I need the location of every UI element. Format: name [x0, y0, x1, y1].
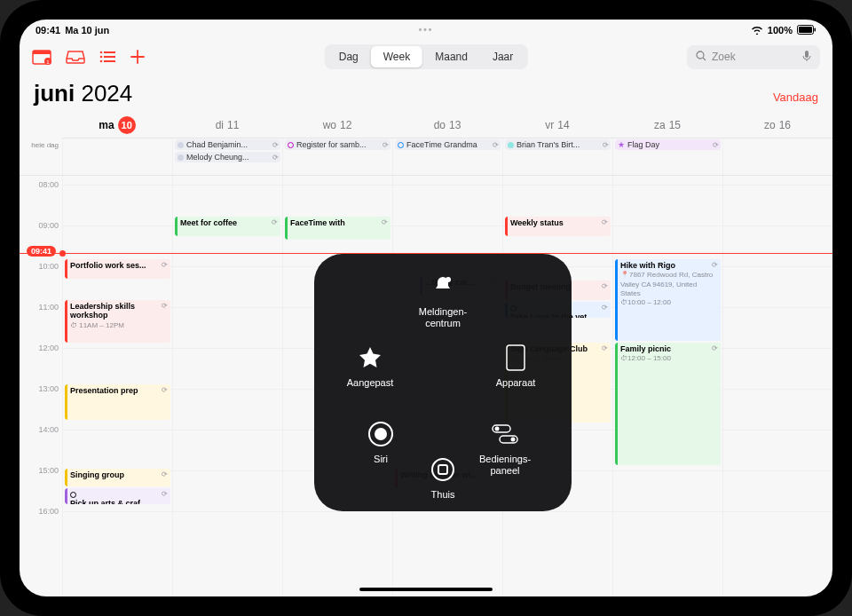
grid-col-mon[interactable]: Portfolio work ses...⟳Leadership skills …: [62, 176, 172, 596]
status-bar: 09:41 Ma 10 jun ••• 100%: [20, 20, 832, 39]
allday-event[interactable]: Brian Tran's Birt...: [505, 139, 611, 150]
view-segmented-control: Dag Week Maand Jaar: [325, 44, 528, 69]
svg-point-21: [495, 427, 500, 431]
wifi-icon: [751, 25, 763, 36]
calendar-event[interactable]: Family picnic⏱12:00 – 15:00⟳: [615, 343, 721, 465]
svg-rect-8: [104, 51, 115, 53]
day-headers: ma10 di 11 wo 12 do 13 vr 14 za 15 zo 16: [62, 112, 832, 138]
time-label: 10:00: [38, 262, 59, 271]
day-header-thu[interactable]: do 13: [392, 112, 502, 138]
at-home[interactable]: Thuis: [403, 454, 483, 501]
toggles-icon: [490, 419, 520, 449]
allday-event[interactable]: FaceTime Grandma: [395, 139, 501, 150]
status-time: 09:41: [36, 25, 60, 36]
calendar-event[interactable]: Leadership skills workshop⏱ 11AM – 12PM⟳: [65, 300, 170, 343]
calendar-event[interactable]: Singing group⟳: [65, 469, 170, 486]
calendar-event[interactable]: FaceTime with⟳: [285, 217, 390, 240]
assistivetouch-menu: Meldingen-centrum Aangepast Apparaat Sir…: [314, 254, 572, 511]
allday-col-sun: [722, 138, 832, 175]
day-header-tue[interactable]: di 11: [172, 112, 282, 138]
svg-point-7: [100, 51, 103, 54]
device-icon: [501, 343, 531, 373]
day-header-mon[interactable]: ma10: [62, 112, 172, 138]
search-icon: [696, 51, 706, 64]
allday-col-sat: ★Flag Day: [612, 138, 722, 175]
add-event-button[interactable]: [130, 49, 146, 65]
svg-point-16: [446, 277, 451, 282]
svg-point-19: [375, 428, 387, 440]
calendar-event[interactable]: Meet for coffee⟳: [175, 217, 280, 236]
seg-year[interactable]: Jaar: [480, 46, 525, 67]
time-label: 11:00: [38, 303, 59, 312]
allday-col-wed: Register for samb...: [282, 138, 392, 175]
battery-percent: 100%: [768, 25, 793, 36]
allday-row: hele dag Chad Benjamin...Melody Cheung..…: [20, 138, 832, 176]
time-label: 08:00: [38, 180, 59, 189]
time-label: 09:00: [38, 221, 59, 230]
home-icon: [428, 454, 458, 485]
grid-col-sat[interactable]: Hike with Rigo📍7867 Redwood Rd, Castro V…: [612, 176, 722, 596]
allday-event[interactable]: Chad Benjamin...: [175, 139, 280, 150]
allday-col-mon: [62, 138, 172, 175]
svg-point-24: [432, 459, 454, 480]
svg-rect-25: [438, 465, 447, 474]
dictate-icon[interactable]: [802, 50, 811, 65]
today-button[interactable]: Vandaag: [773, 91, 818, 104]
svg-point-11: [100, 60, 103, 63]
time-label: 16:00: [38, 507, 59, 516]
svg-rect-12: [104, 60, 115, 62]
at-custom[interactable]: Aangepast: [330, 343, 410, 389]
allday-col-thu: FaceTime Grandma: [392, 138, 502, 175]
allday-event[interactable]: ★Flag Day: [615, 139, 721, 150]
grid-col-sun[interactable]: [722, 176, 832, 596]
svg-point-13: [697, 51, 704, 59]
list-button[interactable]: [99, 51, 115, 63]
svg-point-9: [100, 56, 103, 59]
allday-event[interactable]: Melody Cheung...: [175, 152, 280, 162]
bell-icon: [428, 272, 458, 302]
home-indicator[interactable]: [359, 588, 493, 591]
screen: 09:41 Ma 10 jun ••• 100% 1: [20, 20, 832, 596]
calendars-button[interactable]: 1: [32, 49, 51, 65]
seg-month[interactable]: Maand: [422, 46, 480, 67]
toolbar: 1 Dag Week Maand Jaar Zoek: [20, 39, 832, 75]
allday-label: hele dag: [20, 138, 62, 175]
time-label: 14:00: [38, 425, 59, 434]
svg-rect-17: [507, 345, 525, 370]
search-field[interactable]: Zoek: [687, 45, 820, 69]
star-icon: [355, 343, 385, 373]
allday-col-fri: Brian Tran's Birt...: [502, 138, 612, 175]
svg-rect-15: [805, 51, 809, 58]
svg-rect-4: [33, 51, 51, 54]
ipad-device-frame: 09:41 Ma 10 jun ••• 100% 1: [0, 0, 852, 616]
grid-col-tue[interactable]: Meet for coffee⟳: [172, 176, 282, 596]
calendar-event[interactable]: Hike with Rigo📍7867 Redwood Rd, Castro V…: [615, 259, 721, 341]
svg-rect-2: [815, 28, 816, 31]
calendar-event[interactable]: Pick up arts & craf...⟳: [65, 488, 170, 504]
time-label: 13:00: [38, 384, 59, 393]
seg-week[interactable]: Week: [371, 46, 422, 67]
calendar-event[interactable]: Weekly status⟳: [505, 217, 611, 236]
time-label: 15:00: [38, 466, 59, 475]
search-placeholder: Zoek: [712, 51, 736, 63]
inbox-button[interactable]: [66, 50, 85, 64]
day-header-wed[interactable]: wo 12: [282, 112, 392, 138]
day-header-fri[interactable]: vr 14: [502, 112, 612, 138]
battery-icon: [797, 25, 816, 36]
day-header-sat[interactable]: za 15: [612, 112, 722, 138]
at-device[interactable]: Apparaat: [476, 343, 556, 389]
svg-line-14: [703, 58, 706, 60]
calendar-event[interactable]: Presentation prep⟳: [65, 384, 170, 420]
svg-rect-10: [104, 56, 115, 58]
allday-event[interactable]: Register for samb...: [285, 139, 390, 150]
now-badge: 09:41: [27, 246, 56, 257]
day-header-sun[interactable]: zo 16: [722, 112, 832, 138]
at-notification-center[interactable]: Meldingen-centrum: [403, 272, 483, 328]
year: 2024: [81, 80, 132, 107]
seg-day[interactable]: Dag: [327, 46, 371, 67]
allday-col-tue: Chad Benjamin...Melody Cheung...: [172, 138, 282, 175]
multitask-dots-icon[interactable]: •••: [419, 25, 434, 35]
calendar-event[interactable]: Portfolio work ses...⟳: [65, 259, 170, 279]
month-title: juni 2024: [34, 80, 132, 107]
svg-rect-1: [799, 27, 812, 33]
